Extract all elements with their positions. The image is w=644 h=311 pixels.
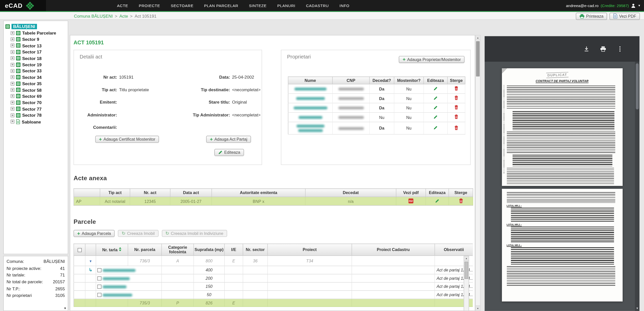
parcel-owner-name-redacted[interactable]: [103, 285, 127, 288]
tree-item-sector-58[interactable]: +Sector 58: [5, 87, 66, 93]
breadcrumb-acte-link[interactable]: Acte: [119, 14, 128, 19]
expand-plus-icon[interactable]: +: [11, 56, 14, 60]
print-icon[interactable]: [600, 46, 606, 52]
scrollbar-thumb[interactable]: [476, 41, 480, 76]
row-checkbox[interactable]: [97, 293, 101, 297]
tree-item-sector-69[interactable]: +Sector 69: [5, 93, 66, 99]
parcels-table-scrollbar[interactable]: ▲: [464, 256, 469, 311]
expand-plus-icon[interactable]: +: [11, 113, 14, 117]
breadcrumb-comuna-link[interactable]: Comuna BĂLUȘENI: [74, 14, 113, 19]
scrollbar-thumb[interactable]: [465, 262, 468, 279]
tree-item-sector-13[interactable]: +Sector 13: [5, 42, 66, 49]
user-icon[interactable]: [631, 3, 636, 8]
delete-annex-button[interactable]: [459, 198, 463, 203]
add-partaj-button[interactable]: +Adauga Act Partaj: [206, 136, 251, 143]
breadcrumb-separator: >: [115, 14, 117, 19]
chevron-down-icon[interactable]: ▼: [638, 4, 641, 7]
menu-cadastru[interactable]: CADASTRU: [306, 3, 329, 8]
expand-plus-icon[interactable]: +: [11, 82, 14, 85]
more-options-icon[interactable]: ⋮: [617, 46, 623, 52]
owner-name-link-redacted[interactable]: [298, 129, 323, 132]
tree-item-sabloane[interactable]: +Sabloane: [5, 118, 66, 125]
owner-name-link-redacted[interactable]: [296, 125, 324, 128]
tree-item-sector-17[interactable]: +Sector 17: [5, 49, 66, 55]
tree-item-sector-35[interactable]: +Sector 35: [5, 80, 66, 87]
add-owner-button[interactable]: +Adauga Proprietar/Mostenitor: [399, 56, 465, 63]
tree-item-sector-77[interactable]: +Sector 77: [5, 106, 66, 112]
row-checkbox[interactable]: [97, 268, 101, 272]
row-checkbox[interactable]: [97, 285, 101, 289]
pdf-scrollbar[interactable]: ▼: [635, 62, 639, 311]
edit-act-button[interactable]: Editeaza: [214, 149, 244, 156]
delete-owner-button[interactable]: [454, 105, 458, 110]
scanned-text-block: [512, 111, 614, 130]
expand-plus-icon[interactable]: +: [11, 37, 14, 41]
user-menu[interactable]: andreea@e-cad.ro (Credite: 29587) ▼: [566, 0, 641, 11]
expand-plus-icon[interactable]: +: [11, 50, 14, 54]
delete-owner-button[interactable]: [454, 86, 458, 91]
owner-name-link-redacted[interactable]: [293, 107, 327, 109]
menu-plan-parcelar[interactable]: PLAN PARCELAR: [204, 3, 238, 8]
expand-plus-icon[interactable]: +: [11, 63, 14, 67]
expand-plus-icon[interactable]: +: [11, 31, 14, 35]
menu-proiecte[interactable]: PROIECTE: [139, 3, 160, 8]
scroll-up-arrow[interactable]: ▲: [464, 256, 469, 261]
collapse-row-icon[interactable]: ▼: [89, 259, 92, 263]
edit-owner-button[interactable]: [433, 96, 438, 100]
tree-root-baluseni[interactable]: BĂLUȘENI: [5, 23, 66, 30]
expand-plus-icon[interactable]: +: [11, 120, 14, 123]
tree-item-sector-33[interactable]: +Sector 33: [5, 68, 66, 74]
parcel-owner-name-redacted[interactable]: [103, 294, 132, 296]
print-button[interactable]: Printeaza: [576, 13, 607, 20]
tree-item-sector-19[interactable]: +Sector 19: [5, 61, 66, 68]
scroll-down-arrow[interactable]: ▼: [476, 306, 480, 311]
create-imobil-indiviziune-button[interactable]: ↻Creeaza Imobil in Indiviziune: [162, 230, 227, 237]
owner-name-link-redacted[interactable]: [294, 88, 326, 90]
tree-item-sector-78[interactable]: +Sector 78: [5, 112, 66, 118]
tree-item-sector-18[interactable]: +Sector 18: [5, 55, 66, 61]
scroll-down-arrow[interactable]: ▼: [635, 307, 639, 309]
edit-owner-button[interactable]: [433, 126, 438, 130]
add-certificate-button[interactable]: +Adauga Certificat Mostenitor: [95, 136, 159, 143]
expand-plus-icon[interactable]: +: [11, 69, 14, 73]
main-scrollbar[interactable]: ▲ ▼: [475, 35, 480, 311]
expand-plus-icon[interactable]: +: [11, 101, 14, 105]
owner-name-link-redacted[interactable]: [298, 116, 322, 119]
menu-sinteze[interactable]: SINTEZE: [249, 3, 267, 8]
scrollbar-thumb[interactable]: [636, 63, 638, 109]
delete-owner-button[interactable]: [454, 96, 458, 101]
view-pdf-button[interactable]: Vezi PDF: [610, 13, 640, 20]
add-parcel-button[interactable]: +Adauga Parcela: [73, 230, 115, 237]
parcel-owner-name-redacted[interactable]: [103, 269, 136, 272]
expand-plus-icon[interactable]: +: [11, 95, 14, 98]
edit-owner-button[interactable]: [433, 86, 438, 91]
scroll-up-arrow[interactable]: ▲: [476, 35, 480, 40]
delete-owner-button[interactable]: [454, 125, 458, 130]
tree-item-sector-34[interactable]: +Sector 34: [5, 74, 66, 80]
sort-icon[interactable]: [119, 247, 122, 252]
edit-annex-button[interactable]: [435, 198, 439, 203]
menu-info[interactable]: INFO: [339, 3, 350, 8]
owner-name-link-redacted[interactable]: [296, 97, 325, 100]
tree-item-tabele-parcelare[interactable]: +Tabele Parcelare: [5, 30, 66, 36]
select-all-checkbox[interactable]: [78, 248, 82, 252]
expand-plus-icon[interactable]: +: [11, 75, 14, 79]
menu-planuri[interactable]: PLANURI: [277, 3, 295, 8]
tree-item-sector-9[interactable]: +Sector 9: [5, 36, 66, 42]
edit-owner-button[interactable]: [433, 115, 438, 119]
menu-acte[interactable]: ACTE: [117, 3, 128, 8]
view-pdf-icon-button[interactable]: PDF: [408, 198, 413, 203]
row-checkbox[interactable]: [97, 276, 101, 281]
app-logo[interactable]: eCAD: [0, 0, 46, 11]
tree-item-sector-70[interactable]: +Sector 70: [5, 99, 66, 106]
menu-sectoare[interactable]: SECTOARE: [171, 3, 193, 8]
scroll-down-arrow[interactable]: ▼: [64, 307, 66, 309]
download-icon[interactable]: [584, 46, 589, 52]
parcel-owner-name-redacted[interactable]: [103, 277, 130, 280]
expand-plus-icon[interactable]: +: [11, 44, 14, 48]
expand-plus-icon[interactable]: +: [11, 88, 14, 92]
edit-owner-button[interactable]: [433, 105, 438, 110]
expand-plus-icon[interactable]: +: [11, 107, 14, 111]
delete-owner-button[interactable]: [454, 114, 458, 119]
create-imobil-button[interactable]: ↻Creeaza Imobil: [118, 230, 159, 237]
